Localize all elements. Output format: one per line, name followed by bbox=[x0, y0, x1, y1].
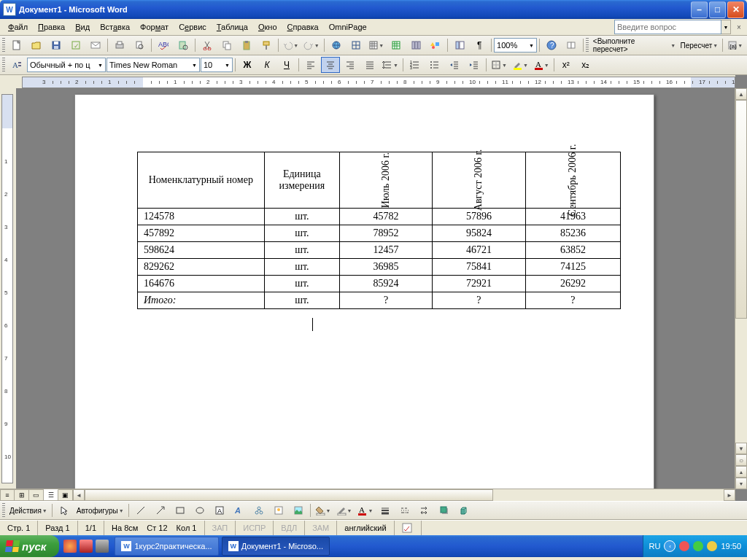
vertical-ruler[interactable]: 1234567891011121314 bbox=[0, 88, 17, 489]
textbox-button[interactable]: A bbox=[210, 502, 229, 518]
line-style-button[interactable] bbox=[376, 502, 395, 518]
tray-lang[interactable]: RU bbox=[649, 542, 661, 551]
align-right-button[interactable] bbox=[341, 57, 360, 73]
ql-icon[interactable] bbox=[80, 540, 93, 553]
fill-color-button[interactable]: ▼ bbox=[313, 502, 333, 518]
select-objects-button[interactable] bbox=[55, 502, 74, 518]
ask-dropdown[interactable]: ▼ bbox=[721, 20, 731, 34]
spellcheck-button[interactable]: ABC bbox=[154, 37, 173, 53]
clipart-button[interactable] bbox=[269, 502, 288, 518]
wordart-button[interactable]: A bbox=[230, 502, 249, 518]
decrease-indent-button[interactable] bbox=[445, 57, 464, 73]
ql-icon[interactable] bbox=[63, 540, 77, 553]
line-spacing-button[interactable]: ▼ bbox=[380, 57, 400, 73]
style-combo[interactable]: Обычный + по ц▼ bbox=[27, 58, 106, 72]
new-doc-button[interactable] bbox=[7, 37, 26, 53]
increase-indent-button[interactable] bbox=[465, 57, 484, 73]
recalc-button[interactable]: Пересчет▼ bbox=[678, 37, 720, 53]
status-trk[interactable]: ИСПР bbox=[236, 521, 274, 535]
menu-table[interactable]: Таблица bbox=[212, 21, 253, 33]
arrow-button[interactable] bbox=[151, 502, 170, 518]
toolbar-grip[interactable] bbox=[586, 38, 589, 52]
taskbar-task[interactable]: W1курс2практическа... bbox=[115, 537, 218, 556]
font-combo[interactable]: Times New Roman▼ bbox=[107, 58, 200, 72]
tray-clock[interactable]: 19:50 bbox=[721, 542, 741, 551]
cut-button[interactable] bbox=[198, 37, 217, 53]
toolbar-grip[interactable] bbox=[2, 38, 5, 52]
status-lang[interactable]: английский bbox=[337, 521, 394, 535]
table-row[interactable]: 124578шт.457825789641963 bbox=[138, 209, 621, 225]
menu-view[interactable]: Вид bbox=[70, 21, 95, 33]
table-header[interactable]: Август 2006 г. bbox=[432, 152, 525, 209]
toolbar-grip[interactable] bbox=[2, 58, 5, 72]
paste-button[interactable] bbox=[237, 37, 256, 53]
borders-button[interactable]: ▼ bbox=[489, 57, 509, 73]
taskbar-task[interactable]: WДокумент1 - Microso... bbox=[222, 537, 330, 556]
status-spell-icon[interactable] bbox=[395, 521, 422, 535]
tray-icon[interactable] bbox=[707, 541, 717, 551]
reading-view-button[interactable]: ▣ bbox=[58, 489, 73, 501]
menu-insert[interactable]: Вставка bbox=[95, 21, 135, 33]
tables-borders-button[interactable] bbox=[347, 37, 365, 53]
3d-button[interactable] bbox=[454, 502, 473, 518]
line-button[interactable] bbox=[131, 502, 150, 518]
field-shading-button[interactable]: {a}▼ bbox=[725, 37, 745, 53]
oval-button[interactable] bbox=[190, 502, 209, 518]
outline-view-button[interactable]: ☰ bbox=[44, 489, 58, 501]
insert-picture-button[interactable] bbox=[289, 502, 308, 518]
font-color-draw-button[interactable]: A▼ bbox=[355, 502, 375, 518]
document-area[interactable]: Номенклатурный номерЕдиница измеренияИюл… bbox=[16, 88, 735, 489]
zoom-combo[interactable]: 100%▼ bbox=[494, 38, 537, 52]
doc-map-button[interactable] bbox=[450, 37, 469, 53]
save-button[interactable] bbox=[47, 37, 66, 53]
diagram-button[interactable] bbox=[249, 502, 268, 518]
minimize-button[interactable]: – bbox=[691, 1, 708, 18]
font-color-button[interactable]: A▼ bbox=[531, 57, 551, 73]
menu-omnipage[interactable]: OmniPage bbox=[324, 21, 372, 33]
read-button[interactable] bbox=[562, 37, 581, 53]
insert-worksheet-button[interactable] bbox=[387, 37, 406, 53]
rectangle-button[interactable] bbox=[171, 502, 190, 518]
italic-button[interactable]: К bbox=[258, 57, 276, 73]
styles-pane-button[interactable]: A bbox=[7, 57, 26, 73]
justify-button[interactable] bbox=[360, 57, 379, 73]
ql-icon[interactable] bbox=[96, 540, 109, 553]
toolbar-grip[interactable] bbox=[2, 503, 5, 518]
drawing-button[interactable] bbox=[426, 37, 445, 53]
superscript-button[interactable]: x² bbox=[557, 57, 576, 73]
print-preview-button[interactable] bbox=[130, 37, 149, 53]
menu-edit[interactable]: Правка bbox=[33, 21, 70, 33]
redo-button[interactable]: ▼ bbox=[301, 37, 321, 53]
status-ext[interactable]: ВДЛ bbox=[274, 521, 305, 535]
font-size-combo[interactable]: 10▼ bbox=[201, 58, 233, 72]
table-row[interactable]: 457892шт.789529582485236 bbox=[138, 225, 621, 242]
table-header[interactable]: Сентябрь 2006 г. bbox=[525, 152, 620, 209]
dash-style-button[interactable] bbox=[395, 502, 414, 518]
bold-button[interactable]: Ж bbox=[238, 57, 257, 73]
open-button[interactable] bbox=[27, 37, 46, 53]
tray-icon[interactable] bbox=[693, 541, 703, 551]
print-button[interactable] bbox=[110, 37, 129, 53]
underline-button[interactable]: Ч bbox=[277, 57, 296, 73]
research-button[interactable] bbox=[174, 37, 193, 53]
recalc-do-button[interactable]: <Выполните пересчет>▼ bbox=[591, 37, 678, 53]
horizontal-scrollbar[interactable]: ≡ ⊞ ▭ ☰ ▣ ◄ ► bbox=[0, 489, 735, 501]
ask-close[interactable]: × bbox=[734, 22, 744, 32]
table-header[interactable]: Номенклатурный номер bbox=[138, 152, 265, 209]
tray-expand[interactable]: ‹ bbox=[664, 540, 676, 552]
table-header[interactable]: Июль 2006 г. bbox=[340, 152, 433, 209]
highlight-button[interactable]: ▼ bbox=[510, 57, 530, 73]
vertical-scrollbar[interactable]: ▲ ▼ ○ ▲ ▼ bbox=[735, 88, 747, 489]
table-header[interactable]: Единица измерения bbox=[264, 152, 339, 209]
menu-help[interactable]: Справка bbox=[282, 21, 324, 33]
autoshapes-button[interactable]: Автофигуры▼ bbox=[74, 502, 126, 518]
email-button[interactable] bbox=[86, 37, 105, 53]
start-button[interactable]: пуск bbox=[0, 535, 59, 557]
menu-window[interactable]: Окно bbox=[253, 21, 282, 33]
numbering-button[interactable]: 123 bbox=[406, 57, 425, 73]
table-row[interactable]: 829262шт.369857584174125 bbox=[138, 259, 621, 276]
permissions-button[interactable]: ✓ bbox=[66, 37, 85, 53]
draw-actions-button[interactable]: Действия▼ bbox=[7, 502, 50, 518]
web-view-button[interactable]: ⊞ bbox=[15, 489, 29, 501]
normal-view-button[interactable]: ≡ bbox=[0, 489, 15, 501]
